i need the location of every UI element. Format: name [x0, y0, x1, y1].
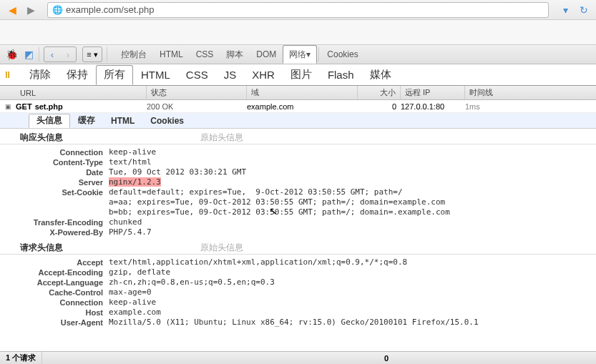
refresh-button[interactable]: ↻	[576, 2, 592, 18]
request-raw-link[interactable]: 原始头信息	[200, 242, 243, 254]
header-name: Server	[0, 177, 109, 187]
tab-console[interactable]: 控制台	[114, 45, 153, 64]
col-status[interactable]: 状态	[147, 86, 247, 99]
history-nav: ‹ ›	[44, 46, 77, 62]
net-filter-images[interactable]: 图片	[283, 65, 320, 85]
firebug-logo-icon[interactable]: 🐞	[4, 47, 19, 62]
tab-dom[interactable]: DOM	[250, 45, 283, 64]
header-name: User-Agent	[0, 318, 109, 328]
header-name: Content-Type	[0, 157, 109, 167]
header-name: Accept-Encoding	[0, 267, 109, 277]
header-name: Connection	[0, 147, 109, 157]
header-value: PHP/5.4.7	[109, 227, 596, 237]
header-value: zh-cn,zh;q=0.8,en-us;q=0.5,en;q=0.3	[109, 277, 596, 287]
net-filter-flash[interactable]: Flash	[320, 65, 362, 85]
header-value: gzip, deflate	[109, 267, 596, 277]
header-name: Host	[0, 308, 109, 318]
col-timeline[interactable]: 时间线	[465, 86, 596, 99]
header-name: Transfer-Encoding	[0, 217, 109, 227]
header-value: keep-alive	[109, 147, 596, 157]
tab-script[interactable]: 脚本	[220, 45, 250, 64]
request-time: 1ms	[465, 102, 596, 111]
net-clear-button[interactable]: 清除	[21, 65, 59, 85]
request-detail-tabs: 头信息 缓存 HTML Cookies	[0, 113, 596, 129]
request-headers-title[interactable]: 请求头信息	[0, 242, 200, 254]
header-name: Accept	[0, 257, 109, 267]
col-url[interactable]: URL	[0, 86, 147, 99]
header-name: Cache-Control	[0, 287, 109, 297]
request-file: set.php	[35, 102, 63, 111]
inner-tab-cookies[interactable]: Cookies	[142, 114, 192, 128]
status-size: 0	[384, 354, 389, 363]
net-sub-toolbar: ⏸ 清除 保持 所有 HTML CSS JS XHR 图片 Flash 媒体	[0, 64, 596, 86]
net-filter-html[interactable]: HTML	[133, 65, 178, 85]
row-twisty-icon[interactable]: ▣	[3, 103, 13, 110]
firebug-toolbar: 🐞 ◩ ‹ › ≡ ▾ 控制台 HTML CSS 脚本 DOM 网络 ▾ Coo…	[0, 44, 596, 64]
break-icon[interactable]: ⏸	[3, 69, 17, 80]
net-filter-xhr[interactable]: XHR	[244, 65, 283, 85]
header-name: Set-Cookie	[0, 187, 109, 217]
inspect-icon[interactable]: ◩	[21, 47, 36, 62]
request-remote-ip: 127.0.0.1:80	[401, 102, 465, 111]
header-value: text/html,application/xhtml+xml,applicat…	[109, 257, 596, 267]
url-bar[interactable]: 🌐 example.com/set.php	[47, 2, 549, 18]
inner-tab-headers[interactable]: 头信息	[29, 114, 70, 128]
status-bar: 1 个请求 0	[0, 351, 596, 364]
header-value: nginx/1.2.3	[109, 177, 596, 187]
status-requests: 1 个请求	[0, 352, 42, 364]
net-filter-all[interactable]: 所有	[96, 65, 133, 85]
forward-button: ▶	[23, 2, 39, 18]
browser-toolbar: ◀ ▶ 🌐 example.com/set.php ▾ ↻	[0, 0, 596, 20]
header-name: Connection	[0, 297, 109, 308]
header-name: Accept-Language	[0, 277, 109, 287]
net-filter-js[interactable]: JS	[216, 65, 245, 85]
net-persist-button[interactable]: 保持	[59, 65, 96, 85]
header-value: text/html	[109, 157, 596, 167]
back-button[interactable]: ◀	[4, 2, 20, 18]
header-value: default=default; expires=Tue, 9-Oct-2012…	[109, 187, 596, 217]
net-request-row[interactable]: ▣ GET set.php 200 OK example.com 0 127.0…	[0, 100, 596, 113]
request-status: 200 OK	[147, 102, 247, 111]
history-back-button[interactable]: ‹	[44, 47, 60, 62]
history-forward-button: ›	[60, 47, 76, 62]
header-value: chunked	[109, 217, 596, 227]
header-value: Tue, 09 Oct 2012 03:30:21 GMT	[109, 167, 596, 177]
response-headers-title[interactable]: 响应头信息	[0, 132, 200, 144]
tab-cookies[interactable]: Cookies	[321, 45, 364, 64]
tab-html[interactable]: HTML	[153, 45, 190, 64]
inner-tab-cache[interactable]: 缓存	[70, 114, 103, 128]
tab-css[interactable]: CSS	[190, 45, 220, 64]
header-value: example.com	[109, 308, 596, 318]
inner-tab-html[interactable]: HTML	[103, 114, 142, 128]
favorite-button[interactable]: ▾	[557, 2, 573, 18]
request-domain: example.com	[247, 102, 358, 111]
net-columns-header: URL 状态 域 大小 远程 IP 时间线	[0, 86, 596, 100]
net-filter-media[interactable]: 媒体	[362, 65, 399, 85]
header-value: keep-alive	[109, 297, 596, 308]
net-filter-css[interactable]: CSS	[178, 65, 216, 85]
tab-net[interactable]: 网络 ▾	[283, 45, 317, 64]
header-value: Mozilla/5.0 (X11; Ubuntu; Linux x86_64; …	[109, 318, 596, 328]
col-domain[interactable]: 域	[247, 86, 358, 99]
response-raw-link[interactable]: 原始头信息	[200, 132, 243, 144]
url-text: example.com/set.php	[66, 4, 155, 15]
request-size: 0	[358, 102, 401, 111]
header-name: Date	[0, 167, 109, 177]
headers-panel: 响应头信息 原始头信息 Connectionkeep-alive Content…	[0, 129, 596, 330]
header-value: max-age=0	[109, 287, 596, 297]
col-size[interactable]: 大小	[358, 86, 401, 99]
col-remote-ip[interactable]: 远程 IP	[401, 86, 465, 99]
request-method: GET	[16, 102, 32, 111]
panel-menu-button[interactable]: ≡ ▾	[82, 46, 102, 62]
globe-icon: 🌐	[52, 5, 63, 15]
header-name: X-Powered-By	[0, 227, 109, 237]
